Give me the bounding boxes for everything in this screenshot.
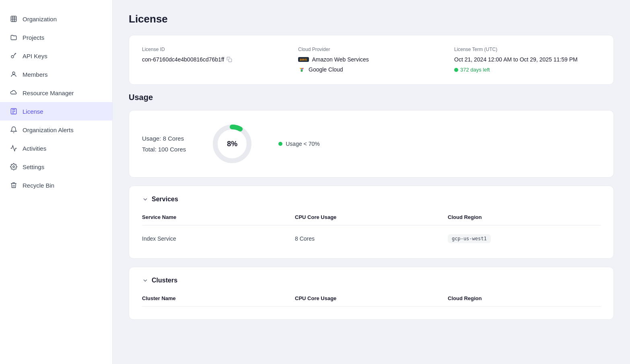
license-term-value: Oct 21, 2024 12:00 AM to Oct 29, 2025 11… — [454, 56, 601, 73]
cloud-provider-label: Cloud Provider — [298, 47, 445, 52]
days-left-dot — [454, 68, 458, 72]
sidebar-item-label: API Keys — [23, 53, 47, 59]
sidebar-item-label: Members — [23, 71, 48, 78]
service-cpu-cell: 8 Cores — [295, 235, 448, 242]
clusters-col-name: Cluster Name — [142, 295, 295, 301]
services-card: Services Service Name CPU Core Usage Clo… — [129, 186, 614, 259]
svg-rect-0 — [11, 16, 16, 22]
sidebar-item-activities[interactable]: Activities — [0, 139, 112, 157]
svg-point-6 — [12, 72, 15, 74]
sidebar-item-members[interactable]: Members — [0, 65, 112, 84]
clusters-header[interactable]: Clusters — [142, 277, 601, 284]
main-content: License License ID con-67160dc4e4b00816c… — [113, 0, 630, 364]
gcp-provider: Google Cloud — [298, 66, 445, 73]
clusters-table-header: Cluster Name CPU Core Usage Cloud Region — [142, 292, 601, 307]
folder-icon — [10, 33, 18, 41]
service-name-cell: Index Service — [142, 235, 295, 242]
services-col-region: Cloud Region — [448, 214, 601, 220]
sidebar-item-settings[interactable]: Settings — [0, 157, 112, 176]
cloud-provider-list: aws Amazon Web Services Google Cloud — [298, 56, 445, 73]
sidebar-item-label: Settings — [23, 164, 44, 170]
svg-point-10 — [301, 70, 303, 72]
aws-icon: aws — [298, 57, 309, 62]
usage-legend: Usage < 70% — [278, 141, 319, 147]
usage-section-title: Usage — [129, 93, 614, 102]
sidebar-item-api-keys[interactable]: API Keys — [0, 47, 112, 65]
key-icon — [10, 52, 18, 60]
chevron-down-icon — [142, 196, 148, 202]
copy-icon[interactable] — [226, 57, 232, 62]
sidebar-item-label: Recycle Bin — [23, 182, 54, 189]
license-icon — [10, 107, 18, 115]
donut-chart: 8% — [210, 122, 254, 166]
license-info-card: License ID con-67160dc4e4b00816cd76b1ff … — [129, 35, 614, 85]
sidebar-item-label: Resource Manager — [23, 90, 74, 96]
chevron-down-icon — [142, 277, 148, 284]
cloud-provider-section: Cloud Provider aws Amazon Web Services — [298, 47, 445, 73]
sidebar-item-recycle-bin[interactable]: Recycle Bin — [0, 176, 112, 194]
table-row: Index Service 8 Cores gcp-us-west1 — [142, 229, 601, 249]
services-col-name: Service Name — [142, 214, 295, 220]
sidebar-item-label: Organization Alerts — [23, 127, 74, 133]
activity-icon — [10, 144, 18, 152]
sidebar-item-license[interactable]: License — [0, 102, 112, 121]
services-col-cpu: CPU Core Usage — [295, 214, 448, 220]
license-id-label: License ID — [142, 47, 288, 52]
svg-point-5 — [11, 55, 14, 58]
services-header[interactable]: Services — [142, 196, 601, 203]
sidebar: Organization Projects API Keys Members — [0, 0, 113, 364]
bell-icon — [10, 126, 18, 134]
usage-text: Usage: 8 Cores Total: 100 Cores — [142, 133, 186, 155]
license-id-value: con-67160dc4e4b00816cd76b1ff — [142, 56, 288, 63]
sidebar-item-label: License — [23, 108, 43, 115]
license-term-label: License Term (UTC) — [454, 47, 601, 52]
donut-center-label: 8% — [227, 140, 237, 148]
sidebar-item-projects[interactable]: Projects — [0, 28, 112, 47]
sidebar-item-label: Projects — [23, 34, 44, 41]
sidebar-item-organization-alerts[interactable]: Organization Alerts — [0, 121, 112, 139]
clusters-col-cpu: CPU Core Usage — [295, 295, 448, 301]
region-badge: gcp-us-west1 — [448, 234, 491, 243]
license-term-section: License Term (UTC) Oct 21, 2024 12:00 AM… — [454, 47, 601, 73]
usage-section: Usage Usage: 8 Cores Total: 100 Cores — [129, 93, 614, 178]
svg-point-8 — [13, 166, 15, 168]
usage-card: Usage: 8 Cores Total: 100 Cores 8% — [129, 110, 614, 178]
sidebar-item-label: Organization — [23, 16, 57, 22]
gcp-icon — [298, 66, 305, 73]
cloud-icon — [10, 89, 18, 97]
license-id-section: License ID con-67160dc4e4b00816cd76b1ff — [142, 47, 288, 73]
days-left-badge: 372 days left — [454, 67, 490, 73]
svg-rect-9 — [229, 59, 232, 62]
clusters-card: Clusters Cluster Name CPU Core Usage Clo… — [129, 267, 614, 320]
service-region-cell: gcp-us-west1 — [448, 234, 601, 243]
gear-icon — [10, 163, 18, 171]
legend-dot — [278, 142, 282, 146]
sidebar-item-label: Activities — [23, 145, 46, 152]
aws-provider: aws Amazon Web Services — [298, 56, 445, 63]
building-icon — [10, 15, 18, 23]
trash-icon — [10, 181, 18, 189]
sidebar-item-resource-manager[interactable]: Resource Manager — [0, 84, 112, 102]
clusters-col-region: Cloud Region — [448, 295, 601, 301]
sidebar-item-organization[interactable]: Organization — [0, 10, 112, 28]
services-table-header: Service Name CPU Core Usage Cloud Region — [142, 211, 601, 225]
user-icon — [10, 70, 18, 78]
page-title: License — [129, 13, 614, 25]
